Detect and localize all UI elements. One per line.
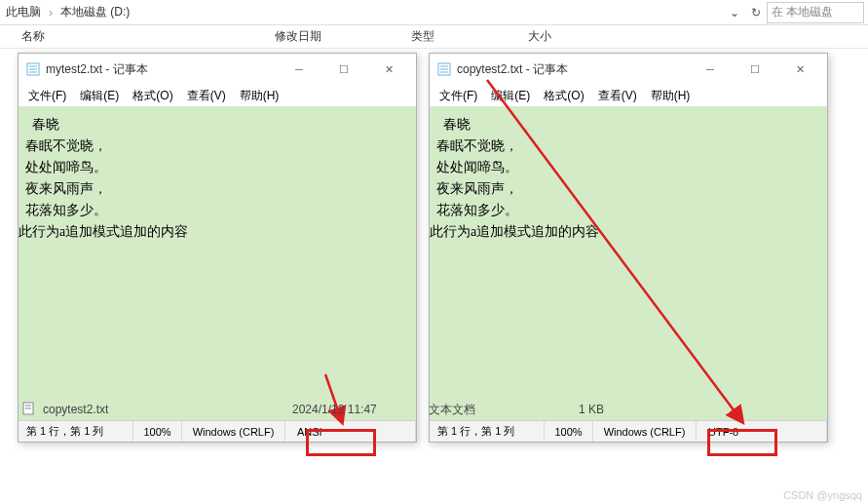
status-encoding: UTF-8 bbox=[697, 421, 827, 442]
window-title: mytest2.txt - 记事本 bbox=[46, 61, 274, 78]
status-eol: Windows (CRLF) bbox=[182, 421, 285, 442]
menu-edit[interactable]: 编辑(E) bbox=[74, 86, 125, 106]
column-headers: 名称 修改日期 类型 大小 bbox=[0, 25, 868, 49]
status-zoom: 100% bbox=[133, 421, 182, 442]
crumb-pc[interactable]: 此电脑 bbox=[4, 4, 43, 20]
titlebar[interactable]: copytest2.txt - 记事本 ─ ☐ ✕ bbox=[430, 54, 827, 85]
file-size: 1 KB bbox=[546, 403, 643, 416]
col-name[interactable]: 名称 bbox=[21, 28, 275, 45]
titlebar[interactable]: mytest2.txt - 记事本 ─ ☐ ✕ bbox=[19, 54, 416, 85]
menu-help[interactable]: 帮助(H) bbox=[645, 86, 697, 106]
maximize-button[interactable]: ☐ bbox=[736, 56, 774, 83]
status-eol: Windows (CRLF) bbox=[593, 421, 697, 442]
menu-edit[interactable]: 编辑(E) bbox=[485, 86, 536, 106]
col-size[interactable]: 大小 bbox=[528, 28, 625, 45]
col-type[interactable]: 类型 bbox=[411, 28, 528, 45]
maximize-button[interactable]: ☐ bbox=[324, 56, 363, 83]
text-content: 春晓 春眠不觉晓， 处处闻啼鸟。 夜来风雨声， 花落知多少。 此行为a追加模式追… bbox=[430, 114, 827, 243]
menubar: 文件(F) 编辑(E) 格式(O) 查看(V) 帮助(H) bbox=[19, 85, 416, 106]
menu-help[interactable]: 帮助(H) bbox=[234, 86, 285, 106]
statusbar: 第 1 行，第 1 列 100% Windows (CRLF) UTF-8 bbox=[430, 420, 827, 442]
search-input[interactable]: 在 本地磁盘 bbox=[767, 2, 864, 23]
menu-view[interactable]: 查看(V) bbox=[181, 86, 232, 106]
notepad-window-left: mytest2.txt - 记事本 ─ ☐ ✕ 文件(F) 编辑(E) 格式(O… bbox=[18, 53, 417, 443]
refresh-button[interactable]: ↻ bbox=[745, 2, 767, 23]
breadcrumb[interactable]: 此电脑 › 本地磁盘 (D:) bbox=[4, 4, 724, 20]
text-file-icon bbox=[21, 402, 37, 417]
minimize-button[interactable]: ─ bbox=[691, 56, 730, 83]
menubar: 文件(F) 编辑(E) 格式(O) 查看(V) 帮助(H) bbox=[430, 85, 827, 106]
file-list-row[interactable]: copytest2.txt 2024/1/12 11:47 文本文档 1 KB bbox=[21, 400, 868, 419]
address-bar: 此电脑 › 本地磁盘 (D:) ⌄ ↻ 在 本地磁盘 bbox=[0, 0, 868, 25]
text-area[interactable]: 春晓 春眠不觉晓， 处处闻啼鸟。 夜来风雨声， 花落知多少。 此行为a追加模式追… bbox=[19, 106, 416, 420]
minimize-button[interactable]: ─ bbox=[280, 56, 319, 83]
close-button[interactable]: ✕ bbox=[369, 56, 408, 83]
window-title: copytest2.txt - 记事本 bbox=[457, 61, 685, 78]
menu-file[interactable]: 文件(F) bbox=[22, 86, 72, 106]
text-content: 春晓 春眠不觉晓， 处处闻啼鸟。 夜来风雨声， 花落知多少。 此行为a追加模式追… bbox=[19, 114, 416, 243]
chevron-right-icon: › bbox=[47, 6, 55, 19]
text-area[interactable]: 春晓 春眠不觉晓， 处处闻啼鸟。 夜来风雨声， 花落知多少。 此行为a追加模式追… bbox=[430, 106, 827, 420]
col-date[interactable]: 修改日期 bbox=[275, 28, 411, 45]
close-button[interactable]: ✕ bbox=[780, 56, 819, 83]
file-date: 2024/1/12 11:47 bbox=[292, 403, 429, 416]
menu-file[interactable]: 文件(F) bbox=[434, 86, 483, 106]
windows-area: mytest2.txt - 记事本 ─ ☐ ✕ 文件(F) 编辑(E) 格式(O… bbox=[0, 49, 868, 454]
dropdown-button[interactable]: ⌄ bbox=[724, 2, 745, 23]
notepad-window-right: copytest2.txt - 记事本 ─ ☐ ✕ 文件(F) 编辑(E) 格式… bbox=[429, 53, 828, 443]
notepad-icon bbox=[437, 62, 451, 76]
status-encoding: ANSI bbox=[285, 421, 416, 442]
file-type: 文本文档 bbox=[429, 402, 546, 418]
status-position: 第 1 行，第 1 列 bbox=[19, 421, 133, 442]
watermark: CSDN @yngsqq bbox=[783, 489, 862, 501]
menu-format[interactable]: 格式(O) bbox=[538, 86, 589, 106]
statusbar: 第 1 行，第 1 列 100% Windows (CRLF) ANSI bbox=[19, 420, 416, 442]
menu-view[interactable]: 查看(V) bbox=[592, 86, 643, 106]
file-name: copytest2.txt bbox=[43, 403, 292, 416]
status-zoom: 100% bbox=[545, 421, 593, 442]
crumb-drive[interactable]: 本地磁盘 (D:) bbox=[58, 4, 132, 20]
status-position: 第 1 行，第 1 列 bbox=[430, 421, 545, 442]
notepad-icon bbox=[26, 62, 40, 76]
menu-format[interactable]: 格式(O) bbox=[127, 86, 178, 106]
